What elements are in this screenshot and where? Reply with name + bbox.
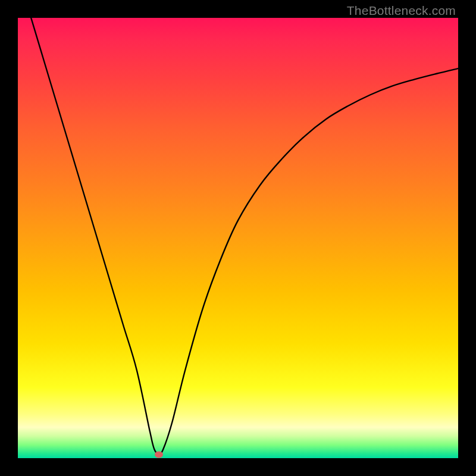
chart-container: TheBottleneck.com (0, 0, 476, 476)
minimum-marker (155, 452, 163, 458)
watermark-text: TheBottleneck.com (347, 4, 456, 18)
plot-gradient-area (18, 18, 458, 458)
